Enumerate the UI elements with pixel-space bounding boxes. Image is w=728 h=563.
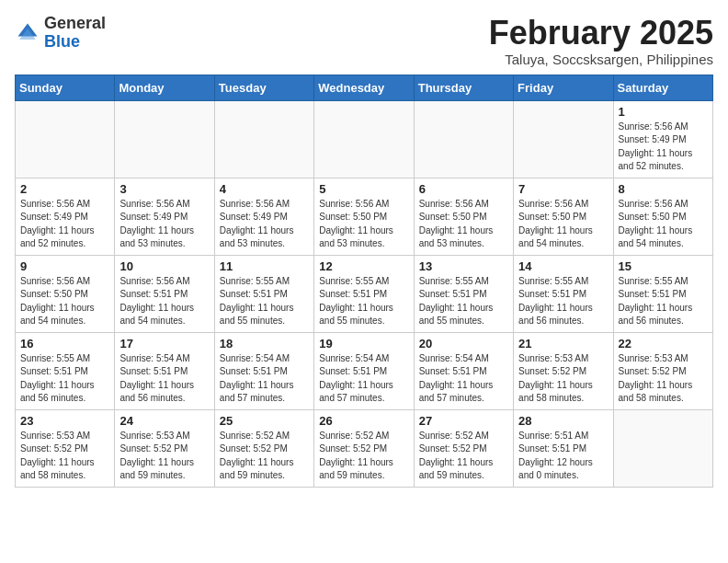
day-number: 26 bbox=[319, 414, 408, 428]
day-info: Sunrise: 5:51 AM Sunset: 5:51 PM Dayligh… bbox=[518, 430, 608, 483]
day-info: Sunrise: 5:53 AM Sunset: 5:52 PM Dayligh… bbox=[518, 352, 608, 406]
calendar-cell: 17Sunrise: 5:54 AM Sunset: 5:51 PM Dayli… bbox=[115, 332, 214, 409]
day-info: Sunrise: 5:52 AM Sunset: 5:52 PM Dayligh… bbox=[419, 430, 508, 483]
day-number: 18 bbox=[220, 337, 309, 350]
calendar-cell: 10Sunrise: 5:56 AM Sunset: 5:51 PM Dayli… bbox=[115, 255, 214, 332]
calendar-week-1: 1Sunrise: 5:56 AM Sunset: 5:49 PM Daylig… bbox=[16, 100, 713, 178]
day-info: Sunrise: 5:55 AM Sunset: 5:51 PM Dayligh… bbox=[419, 275, 508, 328]
calendar-cell: 13Sunrise: 5:55 AM Sunset: 5:51 PM Dayli… bbox=[414, 255, 513, 332]
calendar-week-4: 16Sunrise: 5:55 AM Sunset: 5:51 PM Dayli… bbox=[16, 332, 713, 409]
day-info: Sunrise: 5:55 AM Sunset: 5:51 PM Dayligh… bbox=[619, 275, 708, 328]
weekday-header-sunday: Sunday bbox=[16, 75, 115, 100]
calendar-cell: 9Sunrise: 5:56 AM Sunset: 5:50 PM Daylig… bbox=[16, 255, 115, 332]
calendar-cell bbox=[314, 100, 414, 178]
day-number: 12 bbox=[319, 259, 408, 273]
day-number: 5 bbox=[319, 182, 408, 196]
day-number: 7 bbox=[518, 182, 608, 196]
day-info: Sunrise: 5:53 AM Sunset: 5:52 PM Dayligh… bbox=[119, 430, 209, 483]
day-info: Sunrise: 5:56 AM Sunset: 5:51 PM Dayligh… bbox=[119, 275, 209, 328]
calendar-cell: 26Sunrise: 5:52 AM Sunset: 5:52 PM Dayli… bbox=[314, 409, 414, 487]
day-number: 9 bbox=[20, 259, 109, 273]
day-number: 6 bbox=[419, 182, 508, 196]
day-number: 25 bbox=[220, 414, 309, 428]
calendar-week-2: 2Sunrise: 5:56 AM Sunset: 5:49 PM Daylig… bbox=[16, 178, 713, 255]
day-info: Sunrise: 5:53 AM Sunset: 5:52 PM Dayligh… bbox=[619, 352, 708, 406]
calendar-cell: 8Sunrise: 5:56 AM Sunset: 5:50 PM Daylig… bbox=[613, 178, 712, 255]
day-info: Sunrise: 5:52 AM Sunset: 5:52 PM Dayligh… bbox=[319, 430, 408, 483]
day-number: 3 bbox=[119, 182, 209, 196]
day-number: 24 bbox=[119, 414, 209, 428]
weekday-header-saturday: Saturday bbox=[613, 75, 712, 100]
weekday-header-thursday: Thursday bbox=[414, 75, 513, 100]
calendar-week-5: 23Sunrise: 5:53 AM Sunset: 5:52 PM Dayli… bbox=[16, 409, 713, 487]
calendar-cell: 15Sunrise: 5:55 AM Sunset: 5:51 PM Dayli… bbox=[613, 255, 712, 332]
calendar-cell: 3Sunrise: 5:56 AM Sunset: 5:49 PM Daylig… bbox=[115, 178, 214, 255]
logo-icon bbox=[15, 20, 40, 46]
day-number: 8 bbox=[619, 182, 708, 196]
calendar-cell: 11Sunrise: 5:55 AM Sunset: 5:51 PM Dayli… bbox=[214, 255, 313, 332]
day-number: 28 bbox=[518, 414, 608, 428]
day-info: Sunrise: 5:56 AM Sunset: 5:50 PM Dayligh… bbox=[319, 198, 408, 251]
day-info: Sunrise: 5:56 AM Sunset: 5:49 PM Dayligh… bbox=[119, 198, 209, 251]
calendar-cell bbox=[214, 100, 313, 178]
calendar-header: SundayMondayTuesdayWednesdayThursdayFrid… bbox=[16, 75, 713, 100]
day-info: Sunrise: 5:54 AM Sunset: 5:51 PM Dayligh… bbox=[220, 352, 309, 406]
logo: General Blue bbox=[15, 15, 106, 52]
calendar-cell: 25Sunrise: 5:52 AM Sunset: 5:52 PM Dayli… bbox=[214, 409, 313, 487]
calendar-cell: 6Sunrise: 5:56 AM Sunset: 5:50 PM Daylig… bbox=[414, 178, 513, 255]
calendar-cell bbox=[613, 409, 712, 487]
calendar-cell bbox=[414, 100, 513, 178]
day-info: Sunrise: 5:54 AM Sunset: 5:51 PM Dayligh… bbox=[119, 352, 209, 406]
logo-general-text: General bbox=[44, 14, 106, 32]
location-subtitle: Taluya, Soccsksargen, Philippines bbox=[489, 52, 713, 67]
day-number: 1 bbox=[619, 105, 708, 119]
day-info: Sunrise: 5:55 AM Sunset: 5:51 PM Dayligh… bbox=[20, 352, 109, 406]
day-info: Sunrise: 5:54 AM Sunset: 5:51 PM Dayligh… bbox=[319, 352, 408, 406]
day-number: 4 bbox=[220, 182, 309, 196]
day-number: 23 bbox=[20, 414, 109, 428]
day-number: 16 bbox=[20, 337, 109, 350]
calendar-cell: 28Sunrise: 5:51 AM Sunset: 5:51 PM Dayli… bbox=[514, 409, 613, 487]
logo-blue-text: Blue bbox=[44, 32, 80, 51]
day-number: 13 bbox=[419, 259, 508, 273]
day-number: 14 bbox=[518, 259, 608, 273]
calendar-cell: 24Sunrise: 5:53 AM Sunset: 5:52 PM Dayli… bbox=[115, 409, 214, 487]
day-info: Sunrise: 5:56 AM Sunset: 5:49 PM Dayligh… bbox=[220, 198, 309, 251]
calendar-cell: 2Sunrise: 5:56 AM Sunset: 5:49 PM Daylig… bbox=[16, 178, 115, 255]
calendar-cell: 27Sunrise: 5:52 AM Sunset: 5:52 PM Dayli… bbox=[414, 409, 513, 487]
weekday-header-row: SundayMondayTuesdayWednesdayThursdayFrid… bbox=[16, 75, 713, 100]
day-number: 20 bbox=[419, 337, 508, 350]
calendar-cell: 22Sunrise: 5:53 AM Sunset: 5:52 PM Dayli… bbox=[613, 332, 712, 409]
day-info: Sunrise: 5:56 AM Sunset: 5:50 PM Dayligh… bbox=[518, 198, 608, 251]
day-number: 17 bbox=[119, 337, 209, 350]
calendar-cell bbox=[16, 100, 115, 178]
day-number: 15 bbox=[619, 259, 708, 273]
day-info: Sunrise: 5:55 AM Sunset: 5:51 PM Dayligh… bbox=[220, 275, 309, 328]
day-number: 19 bbox=[319, 337, 408, 350]
day-number: 2 bbox=[20, 182, 109, 196]
calendar-body: 1Sunrise: 5:56 AM Sunset: 5:49 PM Daylig… bbox=[16, 100, 713, 487]
day-number: 11 bbox=[220, 259, 309, 273]
calendar-cell: 14Sunrise: 5:55 AM Sunset: 5:51 PM Dayli… bbox=[514, 255, 613, 332]
calendar-cell: 12Sunrise: 5:55 AM Sunset: 5:51 PM Dayli… bbox=[314, 255, 414, 332]
weekday-header-monday: Monday bbox=[115, 75, 214, 100]
page-header: General Blue February 2025 Taluya, Soccs… bbox=[15, 15, 713, 67]
weekday-header-tuesday: Tuesday bbox=[214, 75, 313, 100]
day-info: Sunrise: 5:55 AM Sunset: 5:51 PM Dayligh… bbox=[319, 275, 408, 328]
day-info: Sunrise: 5:56 AM Sunset: 5:50 PM Dayligh… bbox=[20, 275, 109, 328]
day-info: Sunrise: 5:56 AM Sunset: 5:50 PM Dayligh… bbox=[419, 198, 508, 251]
calendar-cell: 4Sunrise: 5:56 AM Sunset: 5:49 PM Daylig… bbox=[214, 178, 313, 255]
calendar-cell bbox=[115, 100, 214, 178]
calendar-cell: 18Sunrise: 5:54 AM Sunset: 5:51 PM Dayli… bbox=[214, 332, 313, 409]
day-number: 22 bbox=[619, 337, 708, 350]
day-info: Sunrise: 5:52 AM Sunset: 5:52 PM Dayligh… bbox=[220, 430, 309, 483]
weekday-header-wednesday: Wednesday bbox=[314, 75, 414, 100]
day-info: Sunrise: 5:56 AM Sunset: 5:49 PM Dayligh… bbox=[20, 198, 109, 251]
calendar-cell: 1Sunrise: 5:56 AM Sunset: 5:49 PM Daylig… bbox=[613, 100, 712, 178]
calendar-table: SundayMondayTuesdayWednesdayThursdayFrid… bbox=[15, 75, 713, 488]
calendar-cell: 23Sunrise: 5:53 AM Sunset: 5:52 PM Dayli… bbox=[16, 409, 115, 487]
calendar-cell: 21Sunrise: 5:53 AM Sunset: 5:52 PM Dayli… bbox=[514, 332, 613, 409]
calendar-cell: 5Sunrise: 5:56 AM Sunset: 5:50 PM Daylig… bbox=[314, 178, 414, 255]
calendar-cell: 7Sunrise: 5:56 AM Sunset: 5:50 PM Daylig… bbox=[514, 178, 613, 255]
day-info: Sunrise: 5:56 AM Sunset: 5:49 PM Dayligh… bbox=[619, 121, 708, 174]
